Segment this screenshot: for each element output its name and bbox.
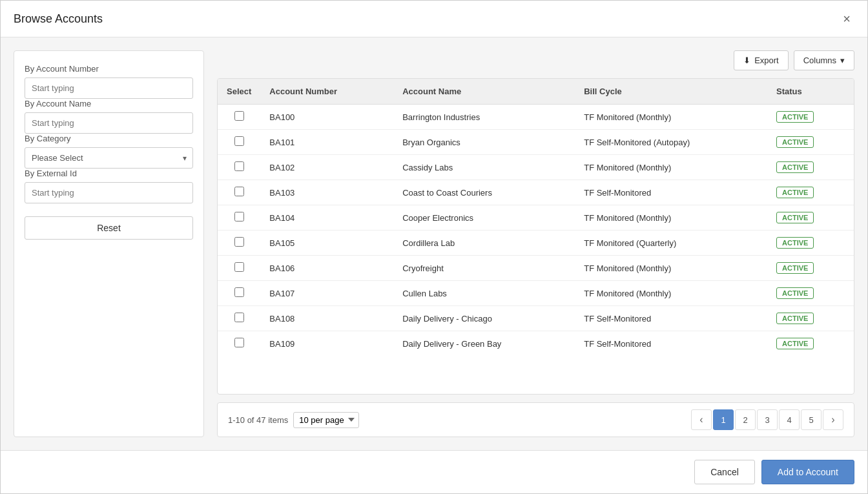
pagination-next[interactable]: › xyxy=(823,409,843,430)
bill-cycle-cell: TF Monitored (Monthly) xyxy=(575,105,767,130)
table-row: BA105Cordillera LabTF Monitored (Quarter… xyxy=(218,231,854,256)
pagination-page-4[interactable]: 4 xyxy=(779,409,800,430)
account-number-cell: BA109 xyxy=(260,331,393,356)
filter-label-account-name: By Account Name xyxy=(25,99,193,108)
row-select-cell xyxy=(218,231,260,256)
row-select-cell xyxy=(218,256,260,281)
modal-body: By Account NumberBy Account NameBy Categ… xyxy=(1,37,867,450)
account-name-cell: Cullen Labs xyxy=(393,281,575,306)
account-number-cell: BA101 xyxy=(260,130,393,155)
row-select-cell xyxy=(218,205,260,231)
bill-cycle-cell: TF Monitored (Monthly) xyxy=(575,205,767,231)
bill-cycle-cell: TF Monitored (Quarterly) xyxy=(575,231,767,256)
accounts-table: SelectAccount NumberAccount NameBill Cyc… xyxy=(218,79,854,356)
bill-cycle-cell: TF Self-Monitored (Autopay) xyxy=(575,130,767,155)
account-name-cell: Bryan Organics xyxy=(393,130,575,155)
account-number-cell: BA100 xyxy=(260,105,393,130)
row-checkbox[interactable] xyxy=(234,136,244,146)
account-number-cell: BA107 xyxy=(260,281,393,306)
status-badge: ACTIVE xyxy=(776,161,814,173)
columns-button[interactable]: Columns ▾ xyxy=(794,50,854,70)
status-badge: ACTIVE xyxy=(776,313,814,324)
status-cell: ACTIVE xyxy=(767,256,854,281)
pagination-summary: 1-10 of 47 items xyxy=(228,415,288,425)
table-row: BA106CryofreightTF Monitored (Monthly)AC… xyxy=(218,256,854,281)
browse-accounts-modal: Browse Accounts × By Account NumberBy Ac… xyxy=(0,0,868,494)
account-name-cell: Daily Delivery - Chicago xyxy=(393,306,575,331)
modal-title: Browse Accounts xyxy=(14,12,103,26)
pagination-page-5[interactable]: 5 xyxy=(801,409,822,430)
filter-input-account-name[interactable] xyxy=(25,112,193,134)
column-header-status: Status xyxy=(767,79,854,105)
status-badge: ACTIVE xyxy=(776,212,814,223)
bill-cycle-cell: TF Monitored (Monthly) xyxy=(575,155,767,180)
row-select-cell xyxy=(218,130,260,155)
pagination-info: 1-10 of 47 items 10 per page25 per page5… xyxy=(228,412,377,428)
download-icon: ⬇ xyxy=(743,56,750,65)
toolbar: ⬇ Export Columns ▾ xyxy=(217,50,854,70)
row-checkbox[interactable] xyxy=(234,161,244,171)
row-select-cell xyxy=(218,306,260,331)
status-badge: ACTIVE xyxy=(776,338,814,349)
column-header-bill-cycle: Bill Cycle xyxy=(575,79,767,105)
status-cell: ACTIVE xyxy=(767,331,854,356)
row-checkbox[interactable] xyxy=(234,287,244,297)
row-checkbox[interactable] xyxy=(234,212,244,221)
filter-label-category: By Category xyxy=(25,134,193,143)
account-name-cell: Cooper Electronics xyxy=(393,205,575,231)
row-checkbox[interactable] xyxy=(234,237,244,247)
account-name-cell: Daily Delivery - Green Bay xyxy=(393,331,575,356)
bill-cycle-cell: TF Self-Monitored xyxy=(575,331,767,356)
table-row: BA108Daily Delivery - ChicagoTF Self-Mon… xyxy=(218,306,854,331)
row-checkbox[interactable] xyxy=(234,111,244,121)
modal-footer: Cancel Add to Account xyxy=(1,450,867,493)
row-checkbox[interactable] xyxy=(234,338,244,347)
status-cell: ACTIVE xyxy=(767,205,854,231)
filter-group-account-name: By Account Name xyxy=(25,99,193,134)
row-select-cell xyxy=(218,281,260,306)
table-row: BA100Barrington IndustriesTF Monitored (… xyxy=(218,105,854,130)
row-select-cell xyxy=(218,105,260,130)
modal-header: Browse Accounts × xyxy=(1,1,867,37)
row-checkbox[interactable] xyxy=(234,313,244,322)
account-name-cell: Coast to Coast Couriers xyxy=(393,180,575,205)
status-badge: ACTIVE xyxy=(776,187,814,198)
account-name-cell: Cryofreight xyxy=(393,256,575,281)
pagination-page-3[interactable]: 3 xyxy=(757,409,778,430)
status-cell: ACTIVE xyxy=(767,130,854,155)
column-header-account-number: Account Number xyxy=(260,79,393,105)
per-page-wrapper: 10 per page25 per page50 per page xyxy=(293,412,377,428)
export-button[interactable]: ⬇ Export xyxy=(734,50,789,70)
account-name-cell: Cassidy Labs xyxy=(393,155,575,180)
row-select-cell xyxy=(218,180,260,205)
row-checkbox[interactable] xyxy=(234,262,244,272)
reset-button[interactable]: Reset xyxy=(25,216,193,240)
status-badge: ACTIVE xyxy=(776,136,814,148)
status-cell: ACTIVE xyxy=(767,306,854,331)
filter-group-external-id: By External Id xyxy=(25,169,193,203)
bill-cycle-cell: TF Self-Monitored xyxy=(575,306,767,331)
row-checkbox[interactable] xyxy=(234,187,244,196)
pagination-prev[interactable]: ‹ xyxy=(691,409,712,430)
add-to-account-button[interactable]: Add to Account xyxy=(761,460,854,484)
status-badge: ACTIVE xyxy=(776,262,814,274)
pagination-page-2[interactable]: 2 xyxy=(735,409,756,430)
status-badge: ACTIVE xyxy=(776,237,814,249)
filter-group-account-number: By Account Number xyxy=(25,64,193,99)
column-header-select: Select xyxy=(218,79,260,105)
table-body: BA100Barrington IndustriesTF Monitored (… xyxy=(218,105,854,356)
per-page-select[interactable]: 10 per page25 per page50 per page xyxy=(293,412,359,428)
filter-input-account-number[interactable] xyxy=(25,77,193,99)
filter-input-external-id[interactable] xyxy=(25,182,193,203)
pagination-pages: ‹12345› xyxy=(691,409,843,430)
filter-select-category[interactable]: Please Select xyxy=(25,147,193,169)
table-row: BA109Daily Delivery - Green BayTF Self-M… xyxy=(218,331,854,356)
close-button[interactable]: × xyxy=(839,11,854,26)
cancel-button[interactable]: Cancel xyxy=(694,460,755,484)
status-badge: ACTIVE xyxy=(776,287,814,299)
filters-container: By Account NumberBy Account NameBy Categ… xyxy=(25,64,193,203)
columns-label: Columns xyxy=(803,56,836,65)
pagination-page-1[interactable]: 1 xyxy=(713,409,734,430)
export-label: Export xyxy=(754,56,779,65)
status-cell: ACTIVE xyxy=(767,180,854,205)
